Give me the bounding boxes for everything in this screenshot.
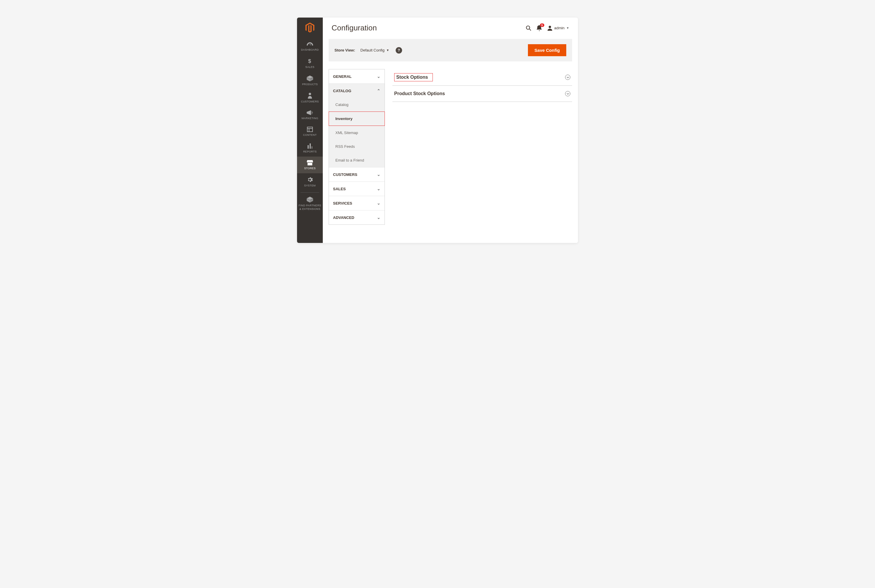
section-stock-options[interactable]: Stock Options [393,69,572,86]
store-icon [307,160,313,165]
notifications-button[interactable]: 5 [537,25,542,31]
nav-label: CUSTOMERS [301,100,319,103]
nav-label-line1: FIND PARTNERS [299,204,321,207]
nav-stores[interactable]: STORES [297,157,323,173]
magento-logo[interactable] [297,18,323,38]
nav-dashboard[interactable]: DASHBOARD [297,38,323,55]
chevron-down-icon: ⌄ [377,201,381,206]
nav-label: SALES [305,66,314,69]
svg-rect-16 [312,146,312,148]
section-title: Product Stock Options [394,90,445,98]
subtab-catalog[interactable]: Catalog [329,98,385,111]
tab-label: CUSTOMERS [333,172,357,177]
person-icon [308,93,312,99]
admin-username: admin [554,26,565,30]
chevron-down-icon: ⌄ [377,74,381,79]
section-product-stock-options[interactable]: Product Stock Options [393,86,572,102]
svg-rect-11 [307,127,313,132]
tab-sales[interactable]: SALES ⌄ [329,182,385,196]
svg-rect-14 [307,145,309,148]
svg-text:$: $ [308,58,311,64]
tab-catalog[interactable]: CATALOG ⌃ [329,84,385,98]
tab-general[interactable]: GENERAL ⌄ [329,69,385,84]
gear-icon [307,177,313,183]
caret-down-icon: ▼ [386,49,389,52]
caret-down-icon: ▼ [566,26,569,30]
svg-rect-15 [310,143,311,148]
tab-label: ADVANCED [333,215,354,220]
svg-point-23 [549,26,551,28]
svg-rect-10 [312,114,313,114]
nav-sales[interactable]: $ SALES [297,55,323,72]
svg-rect-9 [312,112,313,113]
svg-marker-1 [308,25,312,33]
admin-window: DASHBOARD $ SALES PRODUCTS CUSTOMERS MAR… [297,18,578,243]
chevron-up-icon: ⌃ [377,88,381,93]
svg-marker-0 [306,22,314,31]
svg-rect-8 [312,111,313,112]
store-view-select[interactable]: Default Config ▼ [361,48,389,52]
nav-reports[interactable]: REPORTS [297,140,323,157]
nav-partners[interactable]: FIND PARTNERS & EXTENSIONS [297,193,323,214]
user-icon [547,26,553,31]
svg-line-22 [529,29,531,30]
subtab-email-friend[interactable]: Email to a Friend [329,153,385,167]
admin-sidebar: DASHBOARD $ SALES PRODUCTS CUSTOMERS MAR… [297,18,323,243]
chevron-down-icon: ⌄ [377,172,381,177]
tab-label: SALES [333,187,346,191]
question-icon: ? [398,48,400,52]
nav-label: MARKETING [301,117,318,120]
nav-label: DASHBOARD [301,48,319,51]
tab-customers[interactable]: CUSTOMERS ⌄ [329,167,385,182]
nav-content[interactable]: CONTENT [297,123,323,140]
nav-customers[interactable]: CUSTOMERS [297,89,323,106]
nav-system[interactable]: SYSTEM [297,173,323,190]
dollar-icon: $ [307,58,312,64]
bars-icon [307,143,313,148]
svg-point-6 [309,93,311,95]
nav-label: PRODUCTS [302,83,318,86]
subtab-rss-feeds[interactable]: RSS Feeds [329,140,385,153]
nav-label-line2: & EXTENSIONS [300,207,320,211]
store-view-label: Store View: [334,48,355,52]
svg-point-21 [526,26,530,29]
config-content: GENERAL ⌄ CATALOG ⌃ Catalog Inventory XM… [323,62,578,234]
main-panel: Configuration 5 admin ▼ Store View: D [323,18,578,243]
page-title: Configuration [331,23,526,33]
search-button[interactable] [526,25,532,31]
search-icon [526,25,532,31]
header-actions: 5 admin ▼ [526,25,569,31]
chevron-down-icon: ⌄ [377,215,381,220]
page-header: Configuration 5 admin ▼ [323,18,578,35]
box-icon [307,75,313,81]
svg-rect-17 [307,163,312,165]
gauge-icon [307,42,313,47]
subtab-inventory[interactable]: Inventory [329,111,385,126]
config-tabs: GENERAL ⌄ CATALOG ⌃ Catalog Inventory XM… [329,69,385,225]
svg-marker-7 [307,110,311,116]
store-view-value: Default Config [361,48,385,52]
scope-bar: Store View: Default Config ▼ ? Save Conf… [329,39,572,62]
tab-advanced[interactable]: ADVANCED ⌄ [329,210,385,225]
tab-label: CATALOG [333,88,351,93]
chevron-down-icon: ⌄ [377,186,381,191]
section-title: Stock Options [394,73,433,81]
nav-products[interactable]: PRODUCTS [297,72,323,89]
nav-label: SYSTEM [304,184,315,187]
config-sections: Stock Options Product Stock Options [393,69,572,225]
tab-services[interactable]: SERVICES ⌄ [329,196,385,210]
expand-icon [565,91,570,96]
help-button[interactable]: ? [396,47,402,54]
subtab-xml-sitemap[interactable]: XML Sitemap [329,126,385,140]
nav-label: REPORTS [303,150,317,153]
tab-label: SERVICES [333,201,352,206]
layout-icon [307,127,313,132]
nav-label: CONTENT [303,134,317,136]
save-config-button[interactable]: Save Config [528,44,566,56]
admin-account-dropdown[interactable]: admin ▼ [547,26,569,31]
nav-marketing[interactable]: MARKETING [297,106,323,123]
megaphone-icon [307,110,313,116]
tab-label: GENERAL [333,74,352,79]
puzzle-icon [307,196,313,202]
nav-label: STORES [304,167,315,170]
